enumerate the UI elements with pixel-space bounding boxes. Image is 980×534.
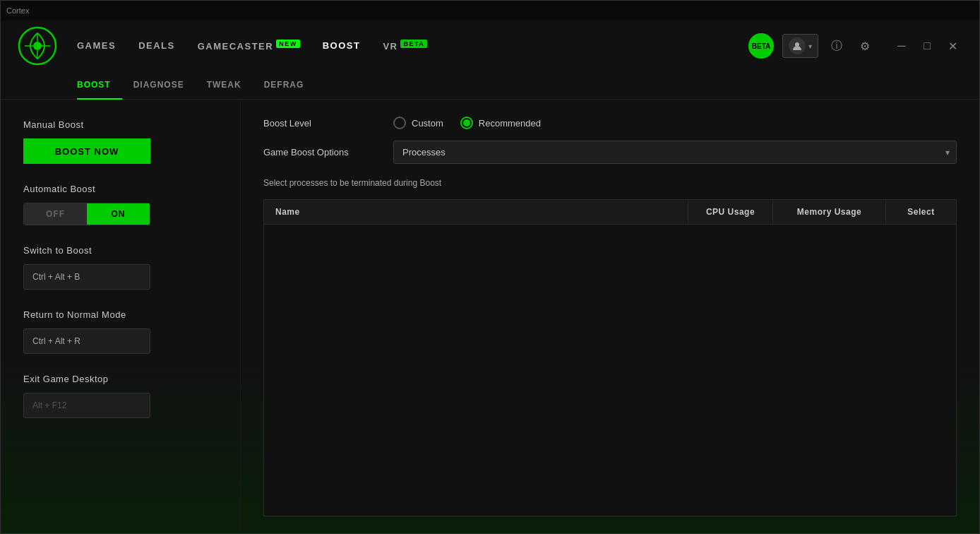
nav-item-deals[interactable]: DEALS (138, 40, 175, 51)
nav-item-games[interactable]: GAMES (77, 40, 116, 51)
game-boost-options-dropdown[interactable]: Processes Services CPU Cores (393, 141, 957, 164)
process-info-text: Select processes to be terminated during… (263, 178, 957, 188)
process-table: Name CPU Usage Memory Usage Select (263, 199, 957, 516)
app-window: Cortex GAMES DEALS GAMECASTERNEW BOOST V… (0, 0, 980, 534)
vr-beta-badge: BETA (400, 40, 427, 48)
switch-to-boost-label: Switch to Boost (23, 245, 217, 256)
radio-recommended-circle (460, 117, 473, 129)
boost-now-button[interactable]: BOOST NOW (23, 138, 150, 164)
game-boost-options-label: Game Boost Options (263, 147, 376, 158)
title-bar: Cortex (1, 1, 979, 20)
automatic-boost-toggle[interactable]: OFF ON (23, 203, 150, 225)
radio-custom-circle (393, 117, 406, 129)
table-body (264, 225, 956, 516)
table-col-select: Select (885, 200, 956, 224)
nav-item-gamecaster[interactable]: GAMECASTERNEW (198, 40, 300, 52)
svg-point-1 (33, 42, 42, 50)
title-bar-text: Cortex (6, 6, 974, 15)
profile-button[interactable]: ▾ (782, 34, 818, 58)
return-to-normal-label: Return to Normal Mode (23, 309, 217, 320)
toggle-on[interactable]: ON (87, 203, 150, 225)
right-panel: Boost Level Custom Recommended Game Boos… (241, 100, 979, 533)
table-col-name: Name (264, 200, 688, 224)
sub-nav: BOOST DIAGNOSE TWEAK DEFRAG (1, 71, 979, 100)
toggle-off[interactable]: OFF (24, 203, 87, 225)
nav-item-boost[interactable]: BOOST (323, 40, 361, 51)
sub-nav-defrag[interactable]: DEFRAG (253, 71, 316, 100)
main-nav: GAMES DEALS GAMECASTERNEW BOOST VRBETA (77, 40, 748, 52)
settings-button[interactable]: ⚙ (855, 36, 875, 56)
boost-level-radio-group: Custom Recommended (393, 117, 541, 129)
sub-nav-boost[interactable]: BOOST (77, 71, 122, 100)
minimize-button[interactable]: ─ (892, 36, 912, 56)
header-controls: BETA ▾ ⓘ ⚙ ─ □ ✕ (748, 33, 962, 59)
new-badge: NEW (276, 40, 300, 48)
sub-nav-tweak[interactable]: TWEAK (196, 71, 253, 100)
header: GAMES DEALS GAMECASTERNEW BOOST VRBETA B… (1, 20, 979, 71)
boost-level-label: Boost Level (263, 118, 376, 129)
table-header: Name CPU Usage Memory Usage Select (264, 200, 956, 225)
info-button[interactable]: ⓘ (827, 36, 847, 56)
automatic-boost-label: Automatic Boost (23, 184, 217, 194)
exit-game-desktop-label: Exit Game Desktop (23, 374, 217, 384)
table-col-cpu: CPU Usage (688, 200, 772, 224)
left-panel: Manual Boost BOOST NOW Automatic Boost O… (1, 100, 241, 533)
game-boost-options-row: Game Boost Options Processes Services CP… (263, 141, 957, 164)
radio-custom-label: Custom (412, 118, 443, 129)
profile-icon (789, 37, 806, 54)
manual-boost-label: Manual Boost (23, 119, 217, 130)
game-boost-options-dropdown-wrapper: Processes Services CPU Cores ▾ (393, 141, 957, 164)
maximize-button[interactable]: □ (917, 36, 937, 56)
close-button[interactable]: ✕ (943, 36, 962, 56)
beta-circle: BETA (748, 33, 774, 59)
razer-logo (18, 26, 57, 66)
window-controls: ─ □ ✕ (892, 36, 962, 56)
radio-recommended-label: Recommended (479, 118, 541, 129)
exit-game-desktop-shortcut: Alt + F12 (23, 393, 150, 418)
switch-to-boost-shortcut: Ctrl + Alt + B (23, 264, 150, 290)
radio-recommended[interactable]: Recommended (460, 117, 541, 129)
nav-item-vr[interactable]: VRBETA (383, 40, 427, 52)
chevron-down-icon: ▾ (808, 42, 812, 50)
return-to-normal-shortcut: Ctrl + Alt + R (23, 328, 150, 354)
main-content: Manual Boost BOOST NOW Automatic Boost O… (1, 100, 979, 533)
boost-level-row: Boost Level Custom Recommended (263, 117, 957, 129)
table-col-memory: Memory Usage (772, 200, 885, 224)
radio-custom[interactable]: Custom (393, 117, 443, 129)
sub-nav-diagnose[interactable]: DIAGNOSE (122, 71, 196, 100)
